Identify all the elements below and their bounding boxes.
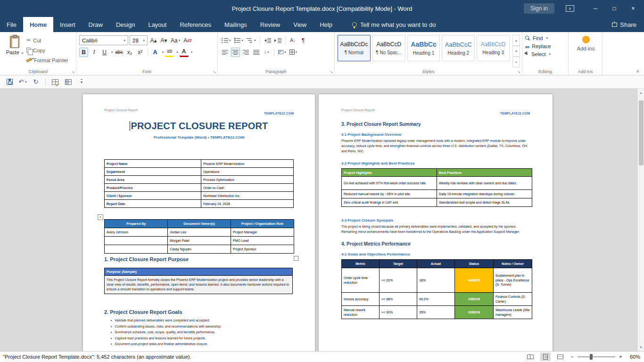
- align-center-button[interactable]: [231, 48, 240, 57]
- tab-insert[interactable]: Insert: [53, 17, 82, 32]
- document-page-1[interactable]: Project Closure Report TEMPLATE22.COM PR…: [83, 94, 315, 351]
- tab-draw[interactable]: Draw: [82, 17, 109, 32]
- change-case-button[interactable]: Aa▾: [170, 36, 181, 45]
- strikethrough-button[interactable]: abc: [115, 48, 124, 57]
- addins-button[interactable]: Add-ins: [577, 46, 594, 51]
- table-column-button[interactable]: [63, 77, 74, 87]
- share-button[interactable]: Share: [604, 17, 644, 32]
- tab-layout[interactable]: Layout: [141, 17, 173, 32]
- read-mode-button[interactable]: [525, 353, 536, 361]
- table-move-handle[interactable]: [98, 214, 103, 220]
- metrics-table[interactable]: Metric Target Actual Status Notes / Owne…: [341, 259, 532, 319]
- repeat-button[interactable]: ↻: [30, 77, 41, 87]
- line-spacing-button[interactable]: ↕▾: [262, 48, 271, 57]
- header-left-text[interactable]: Project Closure Report: [341, 108, 530, 112]
- zoom-slider-thumb[interactable]: [590, 354, 593, 360]
- replace-button[interactable]: Replace: [525, 43, 566, 49]
- increase-indent-button[interactable]: [273, 36, 282, 45]
- ribbon-display-options-icon[interactable]: ∧: [566, 5, 574, 12]
- qat-customize-button[interactable]: ▾: [76, 77, 87, 87]
- sign-in-button[interactable]: Sign in: [524, 3, 554, 14]
- paste-button[interactable]: Paste ▾: [3, 34, 26, 67]
- styles-gallery-scroll[interactable]: ▲ ▼ ▾: [512, 35, 520, 67]
- shrink-font-button[interactable]: A▾: [159, 36, 168, 45]
- section-1-heading[interactable]: 1. Project Closure Report Purpose: [104, 256, 294, 262]
- show-formatting-marks-button[interactable]: ¶: [299, 36, 308, 45]
- section-3-2-heading[interactable]: 3.2 Project Highlights and Best Practice…: [341, 161, 530, 165]
- project-info-table[interactable]: Project NamePhoenix ERP Modernization De…: [104, 159, 294, 208]
- zoom-slider[interactable]: [578, 356, 615, 357]
- maximize-button[interactable]: □: [606, 2, 622, 15]
- decrease-indent-button[interactable]: [263, 36, 272, 45]
- addins-icon[interactable]: [582, 36, 590, 43]
- section-3-heading[interactable]: 3. Project Closure Report Summary: [341, 122, 530, 127]
- justify-button[interactable]: [252, 48, 261, 57]
- format-painter-button[interactable]: Format Painter: [26, 56, 68, 64]
- scroll-down-icon[interactable]: ▼: [638, 344, 644, 351]
- tab-design[interactable]: Design: [109, 17, 141, 32]
- style-heading-3[interactable]: AaBbCcDHeading 3: [477, 35, 510, 61]
- section-4-1-heading[interactable]: 4.1 Goals and Objectives Performance: [341, 252, 530, 256]
- clear-formatting-button[interactable]: A: [182, 36, 192, 45]
- scroll-up-icon[interactable]: ▲: [638, 89, 644, 96]
- bullet-list-button[interactable]: ▾: [221, 36, 232, 45]
- zoom-level[interactable]: 60%: [627, 354, 640, 360]
- style-no-spacing[interactable]: AaBbCcD¶ No Spac...: [372, 35, 405, 61]
- highlight-color-button[interactable]: ab: [165, 48, 174, 57]
- scrollbar-thumb[interactable]: [639, 100, 644, 165]
- undo-button[interactable]: ↶▾: [17, 77, 28, 87]
- tell-me-box[interactable]: Tell me what you want to do: [347, 17, 440, 32]
- tab-file[interactable]: File: [0, 17, 23, 32]
- collapse-ribbon-button[interactable]: ∧: [636, 69, 639, 74]
- section-3-3-heading[interactable]: 3.3 Project Closure Synopsis: [341, 218, 530, 222]
- sort-button[interactable]: A↓: [289, 36, 297, 45]
- purpose-table[interactable]: Purpose (Sample) This Project Closure Re…: [104, 268, 293, 294]
- font-size-select[interactable]: 28▾: [130, 35, 148, 45]
- minimize-button[interactable]: ─: [587, 2, 603, 15]
- paragraph[interactable]: The project is being closed because all …: [341, 224, 530, 234]
- table-resize-handle[interactable]: [294, 256, 298, 261]
- style-heading-1[interactable]: AaBbCcHeading 1: [407, 35, 440, 61]
- tab-review[interactable]: Review: [254, 17, 287, 32]
- section-2-heading[interactable]: 2. Project Closure Report Goals: [104, 309, 294, 315]
- style-heading-2[interactable]: AaBbCcCHeading 2: [442, 35, 475, 61]
- select-button[interactable]: Select▾: [525, 51, 566, 57]
- paragraph[interactable]: Phoenix ERP Modernization replaced legac…: [341, 138, 530, 154]
- document-page-2[interactable]: Project Closure Report TEMPLATE22.COM 3.…: [319, 94, 553, 351]
- grow-font-button[interactable]: A▴: [149, 36, 158, 45]
- numbered-list-button[interactable]: ▾: [233, 36, 245, 45]
- document-title[interactable]: PROJECT CLOSURE REPORT: [104, 121, 294, 132]
- tab-references[interactable]: References: [173, 17, 217, 32]
- web-layout-button[interactable]: [555, 353, 566, 361]
- shading-button[interactable]: ▾: [277, 48, 287, 57]
- tab-view[interactable]: View: [287, 17, 313, 32]
- tab-mailings[interactable]: Mailings: [218, 17, 254, 32]
- zoom-out-button[interactable]: −: [570, 354, 574, 360]
- borders-button[interactable]: ▾: [289, 48, 298, 57]
- tab-home[interactable]: Home: [23, 17, 53, 32]
- prepared-by-table[interactable]: Prepared By Document Owner(s) Project / …: [104, 219, 294, 254]
- vertical-scrollbar[interactable]: ▲ ▼: [637, 89, 644, 351]
- cut-button[interactable]: ✂Cut: [26, 36, 68, 44]
- zoom-in-button[interactable]: +: [619, 354, 622, 360]
- section-3-1-heading[interactable]: 3.1 Project Background Overview: [341, 132, 530, 137]
- align-left-button[interactable]: [221, 48, 230, 57]
- header-right-text[interactable]: TEMPLATE22.COM: [104, 112, 294, 115]
- tab-help[interactable]: Help: [313, 17, 339, 32]
- save-button[interactable]: [4, 77, 15, 87]
- section-4-heading[interactable]: 4. Project Metrics Performance: [341, 241, 530, 247]
- font-name-select[interactable]: Calibri▾: [79, 35, 128, 45]
- goals-list[interactable]: Validate that planned deliverables were …: [104, 318, 294, 347]
- multilevel-list-button[interactable]: ▾: [246, 36, 257, 45]
- font-color-button[interactable]: A: [180, 48, 189, 57]
- document-subtitle[interactable]: Professional Template (Word) • TEMPLATE2…: [104, 135, 294, 140]
- italic-button[interactable]: I: [90, 48, 99, 57]
- style-normal[interactable]: AaBbCcDc¶ Normal: [338, 35, 371, 61]
- bold-button[interactable]: B: [79, 48, 88, 57]
- superscript-button[interactable]: x²: [136, 48, 145, 57]
- highlights-table[interactable]: Project Highlights Best Practices Go-liv…: [341, 168, 532, 207]
- copy-button[interactable]: Copy: [26, 46, 68, 54]
- underline-button[interactable]: U: [100, 48, 109, 57]
- header-right-text[interactable]: TEMPLATE22.COM: [341, 112, 530, 115]
- header-left-text[interactable]: Project Closure Report: [104, 108, 294, 112]
